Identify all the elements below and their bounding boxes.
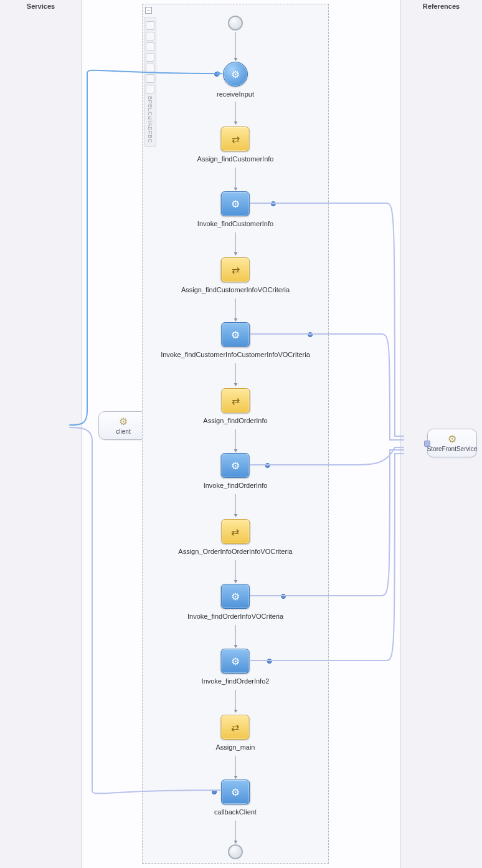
connector bbox=[235, 32, 236, 60]
tool-var-icon[interactable] bbox=[146, 21, 154, 30]
tool-settings-icon[interactable] bbox=[146, 32, 154, 41]
node-label: callbackClient bbox=[214, 808, 257, 816]
storefront-label: StoreFrontService bbox=[427, 446, 478, 452]
invoke-find-order-info2-node[interactable]: ⚙ Invoke_findOrderInfo2 bbox=[202, 649, 270, 685]
assign-find-customer-info-node[interactable]: ⇄ Assign_findCustomerInfo bbox=[197, 126, 274, 163]
assign-icon: ⇄ bbox=[221, 257, 250, 282]
references-header: References bbox=[400, 0, 482, 12]
end-node[interactable] bbox=[228, 844, 243, 859]
connector bbox=[235, 232, 236, 255]
assign-icon: ⇄ bbox=[221, 715, 250, 740]
port-icon[interactable] bbox=[424, 441, 430, 447]
assign-icon: ⇄ bbox=[221, 519, 250, 544]
invoke-icon: ⚙ bbox=[221, 649, 250, 674]
node-label: Invoke_findOrderInfo2 bbox=[202, 677, 270, 685]
node-label: Assign_main bbox=[216, 743, 255, 751]
connector bbox=[235, 429, 236, 452]
connector bbox=[235, 690, 236, 712]
connector bbox=[235, 102, 236, 124]
client-service[interactable]: ⚙ client bbox=[98, 411, 148, 440]
connector bbox=[235, 821, 236, 843]
node-label: Invoke_findCustomerInfo bbox=[197, 220, 273, 227]
process-scope[interactable]: − BPELCallADFBC ⚙ receiveInput bbox=[142, 4, 329, 864]
connector bbox=[235, 494, 236, 517]
node-label: Invoke_findCustomerInfoCustomerInfoVOCri… bbox=[161, 351, 310, 358]
invoke-find-customer-info-vo-node[interactable]: ⚙ Invoke_findCustomerInfoCustomerInfoVOC… bbox=[161, 322, 310, 358]
connector bbox=[235, 298, 236, 321]
assign-find-order-info-node[interactable]: ⇄ Assign_findOrderInfo bbox=[203, 388, 267, 424]
invoke-icon: ⚙ bbox=[221, 322, 250, 347]
tool-link-icon[interactable] bbox=[146, 53, 154, 62]
gear-icon: ⚙ bbox=[119, 417, 128, 427]
services-panel: Services bbox=[0, 0, 82, 868]
assign-main-node[interactable]: ⇄ Assign_main bbox=[216, 715, 255, 751]
end-icon bbox=[228, 844, 243, 859]
tool-alert-icon[interactable] bbox=[146, 64, 154, 72]
node-label: receiveInput bbox=[217, 90, 254, 98]
connector bbox=[235, 168, 236, 190]
invoke-icon: ⚙ bbox=[221, 584, 250, 609]
scope-toolbar: BPELCallADFBC bbox=[144, 17, 156, 147]
invoke-icon: ⚙ bbox=[221, 191, 250, 216]
receive-icon: ⚙ bbox=[223, 62, 248, 87]
invoke-find-order-info-vo-node[interactable]: ⚙ Invoke_findOrderInfoVOCriteria bbox=[187, 584, 283, 620]
client-label: client bbox=[116, 428, 130, 435]
node-label: Assign_OrderInfoOrderInfoVOCriteria bbox=[178, 548, 292, 555]
node-label: Assign_findCustomerInfo bbox=[197, 155, 274, 163]
tool-flag-icon[interactable] bbox=[146, 85, 154, 93]
collapse-toggle[interactable]: − bbox=[145, 7, 152, 14]
invoke-find-customer-info-node[interactable]: ⚙ Invoke_findCustomerInfo bbox=[197, 191, 273, 227]
node-label: Assign_findCustomerInfoVOCriteria bbox=[181, 286, 290, 293]
connector bbox=[235, 363, 236, 386]
connector bbox=[235, 756, 236, 778]
assign-order-info-vo-node[interactable]: ⇄ Assign_OrderInfoOrderInfoVOCriteria bbox=[178, 519, 292, 555]
tool-globe-icon[interactable] bbox=[146, 74, 154, 83]
node-label: Invoke_findOrderInfo bbox=[204, 482, 268, 489]
connector bbox=[235, 625, 236, 647]
node-label: Assign_findOrderInfo bbox=[203, 417, 267, 424]
references-panel: References ⚙ StoreFrontService bbox=[400, 0, 482, 868]
callback-client-node[interactable]: ⚙ callbackClient bbox=[214, 780, 257, 816]
start-icon bbox=[228, 16, 243, 31]
connector bbox=[235, 560, 236, 583]
toolbar-label: BPELCallADFBC bbox=[147, 96, 153, 143]
assign-icon: ⇄ bbox=[221, 388, 250, 413]
assign-find-customer-info-vo-node[interactable]: ⇄ Assign_findCustomerInfoVOCriteria bbox=[181, 257, 290, 293]
node-label: Invoke_findOrderInfoVOCriteria bbox=[187, 613, 283, 620]
invoke-icon: ⚙ bbox=[221, 780, 250, 804]
storefront-service[interactable]: ⚙ StoreFrontService bbox=[427, 429, 477, 457]
invoke-icon: ⚙ bbox=[221, 453, 250, 478]
tool-import-icon[interactable] bbox=[146, 42, 154, 51]
invoke-find-order-info-node[interactable]: ⚙ Invoke_findOrderInfo bbox=[204, 453, 268, 489]
start-node[interactable] bbox=[228, 16, 243, 31]
services-header: Services bbox=[0, 0, 82, 12]
gear-icon: ⚙ bbox=[448, 434, 456, 444]
receive-input-node[interactable]: ⚙ receiveInput bbox=[217, 62, 254, 98]
canvas[interactable]: ⚙ client − BPELCallADFBC ⚙ bbox=[82, 0, 400, 868]
assign-icon: ⇄ bbox=[221, 126, 250, 151]
